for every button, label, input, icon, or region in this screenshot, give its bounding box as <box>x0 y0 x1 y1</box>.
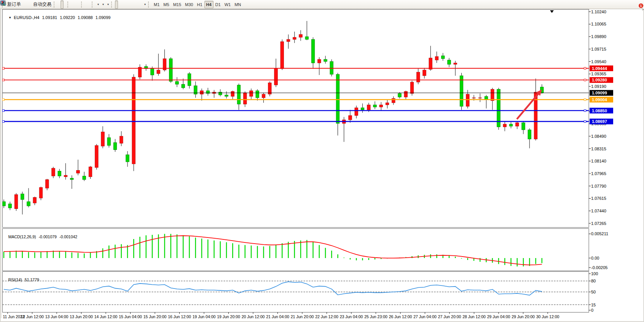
hline-handle[interactable] <box>3 67 5 69</box>
search-icon <box>0 0 6 6</box>
crosshair-button[interactable] <box>118 0 121 9</box>
chart-window[interactable]: 1.102401.100651.098901.097151.095401.093… <box>0 9 644 322</box>
hline-handle[interactable] <box>3 79 5 81</box>
toolbar-grip <box>148 2 150 8</box>
cursor-button[interactable] <box>115 0 118 9</box>
chevron-down-icon: ▾ <box>102 3 104 6</box>
bar-chart-button[interactable] <box>57 0 61 9</box>
svg-text:1.07615: 1.07615 <box>591 196 606 201</box>
hline-handle[interactable] <box>584 99 586 100</box>
svg-text:27 Jun 04:00: 27 Jun 04:00 <box>413 314 437 319</box>
zoom-out-button[interactable] <box>74 0 77 9</box>
line-chart-button[interactable] <box>64 0 67 9</box>
rsi-value: 51.1779 <box>25 277 39 282</box>
hline-handle[interactable] <box>584 79 586 81</box>
macd-panel[interactable] <box>3 229 589 271</box>
chart-shift-button[interactable] <box>88 0 91 9</box>
timeframe-m5-button[interactable]: M5 <box>161 1 171 8</box>
toolbar-grip <box>81 2 83 8</box>
svg-text:0.005211: 0.005211 <box>591 231 608 236</box>
fibonacci-button[interactable]: F <box>133 0 136 9</box>
hammer-tool-icon[interactable] <box>22 0 26 9</box>
rsi-indicator-label: RSI(14)51.1779 <box>4 273 39 287</box>
svg-text:1.07265: 1.07265 <box>591 221 606 226</box>
new-chart-button[interactable]: ▾ <box>96 0 100 9</box>
hline-handle[interactable] <box>3 110 5 112</box>
hline-button[interactable] <box>124 0 127 9</box>
candlestick-button[interactable] <box>61 0 64 9</box>
svg-text:30 Jun 12:00: 30 Jun 12:00 <box>536 314 560 319</box>
chevron-down-icon: ▾ <box>97 3 99 6</box>
period-button[interactable]: ▾ <box>100 0 105 9</box>
timeframe-h1-button[interactable]: H1 <box>195 1 204 8</box>
svg-text:29 Jun 04:00: 29 Jun 04:00 <box>487 314 510 319</box>
price-axis: 1.102401.100651.098901.097151.095401.093… <box>589 10 606 226</box>
timeframe-m1-button[interactable]: M1 <box>152 1 161 8</box>
svg-text:26 Jun 12:00: 26 Jun 12:00 <box>389 314 412 319</box>
zoom-in-button[interactable] <box>71 0 74 9</box>
vline-button[interactable] <box>121 0 124 9</box>
svg-text:15 Jun 04:00: 15 Jun 04:00 <box>119 314 142 319</box>
arrows-button[interactable]: ▾ <box>142 0 147 9</box>
svg-text:1.09280: 1.09280 <box>592 78 607 82</box>
svg-text:0.00: 0.00 <box>591 256 599 260</box>
svg-text:80: 80 <box>591 279 596 283</box>
svg-text:15: 15 <box>591 303 596 307</box>
hline-handle[interactable] <box>3 121 5 123</box>
svg-text:22 Jun 12:00: 22 Jun 12:00 <box>315 314 338 319</box>
timeframe-mn-button[interactable]: MN <box>233 1 243 8</box>
toolbar-grip <box>54 2 56 8</box>
timeframe-d1-button[interactable]: D1 <box>214 1 223 8</box>
macd-indicator-label: MACD(12,26,9)-0.001079-0.001042 <box>4 230 77 244</box>
timeframe-m15-button[interactable]: M15 <box>171 1 183 8</box>
tile-windows-button[interactable] <box>77 0 80 9</box>
main-panel[interactable] <box>3 10 589 228</box>
svg-text:1.09004: 1.09004 <box>592 97 607 102</box>
rsi-axis: 1008050150 <box>589 271 598 312</box>
text-button[interactable]: A <box>136 0 139 9</box>
svg-text:1.10065: 1.10065 <box>591 22 606 26</box>
timeframe-w1-button[interactable]: W1 <box>223 1 233 8</box>
chart-canvas[interactable]: 1.102401.100651.098901.097151.095401.093… <box>0 9 644 322</box>
auto-scroll-button[interactable] <box>85 0 88 9</box>
svg-text:1.09365: 1.09365 <box>591 72 606 76</box>
svg-text:1.09444: 1.09444 <box>592 66 607 71</box>
macd-axis: 0.0052110.00-0.00205 <box>589 231 608 270</box>
timeframe-m30-button[interactable]: M30 <box>183 1 195 8</box>
hline-handle[interactable] <box>584 110 586 112</box>
svg-text:100: 100 <box>591 271 598 276</box>
macd-main-value: -0.001079 <box>39 234 57 239</box>
svg-text:25 Jun 23:00: 25 Jun 23:00 <box>364 314 387 319</box>
svg-text:50: 50 <box>591 290 596 294</box>
svg-text:21 Jun 20:00: 21 Jun 20:00 <box>291 314 314 319</box>
chevron-down-icon: ▾ <box>107 3 109 6</box>
svg-text:28 Jun 12:00: 28 Jun 12:00 <box>462 314 486 319</box>
chart-menu-icon[interactable]: ▼ <box>8 16 11 19</box>
svg-text:12 Jun 12:00: 12 Jun 12:00 <box>21 314 44 319</box>
macd-signal-value: -0.001042 <box>59 234 77 239</box>
svg-text:14 Jun 12:00: 14 Jun 12:00 <box>94 314 118 319</box>
chart-publish-icon[interactable] <box>26 0 29 9</box>
label-button[interactable]: T <box>139 0 142 9</box>
svg-text:1.09190: 1.09190 <box>591 84 606 89</box>
svg-text:21 Jun 04:00: 21 Jun 04:00 <box>266 314 289 319</box>
svg-text:1.08697: 1.08697 <box>592 119 607 124</box>
svg-text:1.09099: 1.09099 <box>592 91 607 95</box>
hline-handle[interactable] <box>584 67 586 69</box>
autotrading-button[interactable]: 自动交易 <box>32 0 53 9</box>
time-axis[interactable]: 11 Jun 202312 Jun 12:0013 Jun 04:0013 Ju… <box>3 312 559 319</box>
new-order-button[interactable]: 新订单 <box>6 0 22 9</box>
channel-button[interactable]: E <box>130 0 133 9</box>
svg-text:1.10240: 1.10240 <box>591 10 606 14</box>
signals-icon[interactable] <box>29 0 32 9</box>
macd-name: MACD(12,26,9) <box>8 234 36 239</box>
svg-text:1.07965: 1.07965 <box>591 171 606 176</box>
chart-title: ▼EURUSD-,H41.091811.092201.090881.09099 <box>4 11 110 24</box>
hline-handle[interactable] <box>584 121 586 123</box>
hline-handle[interactable] <box>3 99 5 100</box>
svg-text:29 Jun 20:00: 29 Jun 20:00 <box>512 314 535 319</box>
svg-text:1.07440: 1.07440 <box>591 209 606 213</box>
trendline-button[interactable] <box>127 0 130 9</box>
template-button[interactable]: ▾ <box>105 0 110 9</box>
timeframe-h4-button[interactable]: H4 <box>204 1 214 8</box>
